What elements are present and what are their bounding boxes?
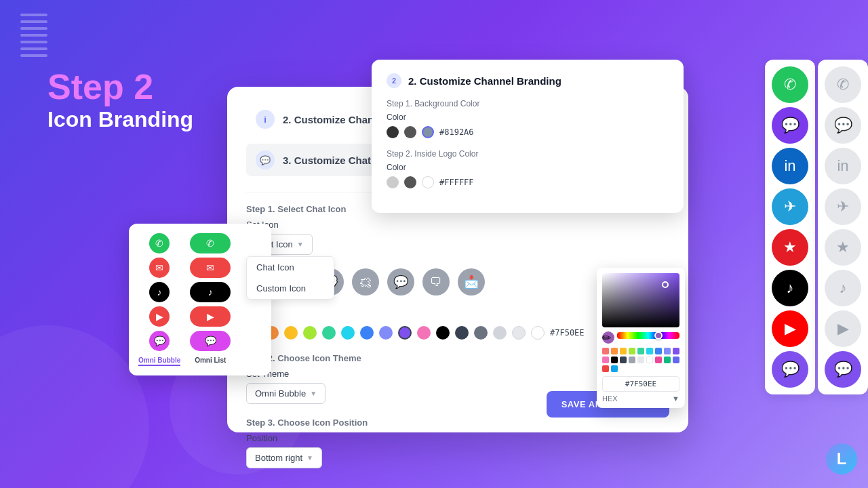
color-swatch-indigo[interactable] [379,326,393,340]
icon-preview-5[interactable]: 💬 [387,268,414,296]
swatch-teal[interactable] [637,348,644,354]
swatch-cyan[interactable] [646,348,653,354]
inactive-whatsapp-icon[interactable]: ✆ [825,66,861,103]
inactive-yelp-icon[interactable]: ★ [825,229,861,266]
bubble-tiktok[interactable]: ♪ [149,282,170,302]
option-custom-icon[interactable]: Custom Icon [247,278,334,299]
hue-thumb[interactable] [654,331,663,340]
theme-dropdown[interactable]: Omni Bubble ▼ [246,383,326,404]
dropdown-arrow-icon: ▼ [297,241,304,248]
swatch-purple[interactable] [673,348,679,354]
list-main[interactable]: 💬 [190,331,231,351]
color-swatch-cyan[interactable] [341,326,355,340]
list-youtube[interactable]: ▶ [190,306,231,327]
list-label: Omni List [195,357,226,364]
swatch-black[interactable] [611,357,618,363]
list-icons: ✆ ✉ ♪ ▶ 💬 [190,233,231,351]
position-dropdown[interactable]: Bottom right ▼ [246,447,322,468]
swatch-yellow[interactable] [620,348,627,354]
color-picker-popup: ✏ #7F50EE HEX ▼ [597,268,685,408]
hue-slider[interactable] [617,332,679,339]
overlay-color-row-1: #8192A6 [387,126,669,138]
overlay-hex-2: #FFFFFF [439,178,474,187]
list-tiktok[interactable]: ♪ [190,282,231,302]
inactive-messenger-icon[interactable]: 💬 [825,107,861,144]
swatch-orange[interactable] [611,348,618,354]
swatch-blue[interactable] [655,348,662,354]
icon-preview-6[interactable]: 🗨 [422,268,450,296]
inactive-linkedin-icon[interactable]: in [825,148,861,184]
bubble-main[interactable]: 💬 [149,331,170,351]
section-icon-position: Step 3. Choose Icon Position Position Bo… [246,418,669,468]
bottom-logo: L [826,443,857,474]
swatch-sky[interactable] [611,365,618,372]
section3-title: Step 3. Choose Icon Position [246,418,669,428]
swatch-white[interactable] [646,357,653,363]
active-omni-icon[interactable]: 💬 [772,351,808,388]
bubble-youtube[interactable]: ▶ [149,306,170,327]
preview-card: ✆ ✉ ♪ ▶ 💬 Omni Bubble ✆ ✉ ♪ ▶ 💬 Omni Lis… [129,224,271,375]
hero-section: Step 2 Icon Branding [47,68,193,133]
active-whatsapp-icon[interactable]: ✆ [772,66,808,103]
color-swatch-blue[interactable] [360,326,374,340]
swatch-red[interactable] [602,348,609,354]
color-swatch-black[interactable] [436,326,450,340]
inactive-tiktok-icon[interactable]: ♪ [825,270,861,306]
active-yelp-icon[interactable]: ★ [772,229,808,266]
eyedropper-icon[interactable]: ✏ [602,331,614,344]
icon-preview-7[interactable]: 📩 [458,268,485,296]
swatch-light-gray[interactable] [637,357,644,363]
active-linkedin-icon[interactable]: in [772,148,808,184]
swatch-hot-pink[interactable] [655,357,662,363]
swatch-red-500[interactable] [602,365,609,372]
color-swatch-gray[interactable] [474,326,488,340]
color-swatch-light[interactable] [493,326,507,340]
active-icon-col: ✆ 💬 in ✈ ★ ♪ ▶ 💬 [765,60,815,394]
color-swatch-white[interactable] [531,326,545,340]
position-label: Position [246,433,669,443]
swatch-indigo[interactable] [664,348,671,354]
theme-dropdown-value: Omni Bubble [255,388,306,399]
color-hex-value: #7F50EE [550,328,585,338]
inactive-omni-icon[interactable]: 💬 [825,351,861,388]
option-chat-icon[interactable]: Chat Icon [247,257,334,278]
color-swatch-yellow[interactable] [284,326,298,340]
color-format-arrow: ▼ [672,394,679,403]
bubble-email[interactable]: ✉ [149,258,170,278]
overlay-dot-selected[interactable] [422,126,434,138]
color-swatch-green[interactable] [322,326,336,340]
overlay-dot-dark2[interactable] [404,126,416,138]
active-tiktok-icon[interactable]: ♪ [772,270,808,306]
overlay-dot-dark1[interactable] [387,126,399,138]
list-email[interactable]: ✉ [190,258,231,278]
color-swatch-dark[interactable] [455,326,469,340]
overlay-dot-light1[interactable] [387,176,399,188]
list-whatsapp[interactable]: ✆ [190,233,231,253]
color-gradient-picker[interactable] [602,273,679,327]
color-swatch-purple-selected[interactable] [398,326,412,340]
inactive-icon-col: ✆ 💬 in ✈ ★ ♪ ▶ 💬 [818,60,868,394]
inactive-telegram-icon[interactable]: ✈ [825,188,861,225]
inactive-youtube-icon[interactable]: ▶ [825,310,861,347]
bubble-whatsapp[interactable]: ✆ [149,233,170,253]
color-hex-field[interactable]: #7F50EE [602,376,679,392]
icon-preview-4[interactable]: 🗯 [352,268,379,296]
swatch-lime[interactable] [629,348,635,354]
overlay-dot-white[interactable] [422,176,434,188]
list-col: ✆ ✉ ♪ ▶ 💬 Omni List [190,233,231,366]
color-swatch-pink[interactable] [417,326,431,340]
active-messenger-icon[interactable]: 💬 [772,107,808,144]
overlay-dot-mid[interactable] [404,176,416,188]
color-swatch-lighter[interactable] [512,326,526,340]
color-format-label: HEX [602,394,618,403]
active-telegram-icon[interactable]: ✈ [772,188,808,225]
swatch-emerald[interactable] [664,357,671,363]
color-cursor[interactable] [662,281,669,288]
active-youtube-icon[interactable]: ▶ [772,310,808,347]
swatch-pink[interactable] [602,357,609,363]
step-prefix: Step [47,67,134,106]
swatch-violet[interactable] [673,357,679,363]
color-swatch-lime[interactable] [303,326,317,340]
swatch-mid-gray[interactable] [629,357,635,363]
swatch-dark-gray[interactable] [620,357,627,363]
